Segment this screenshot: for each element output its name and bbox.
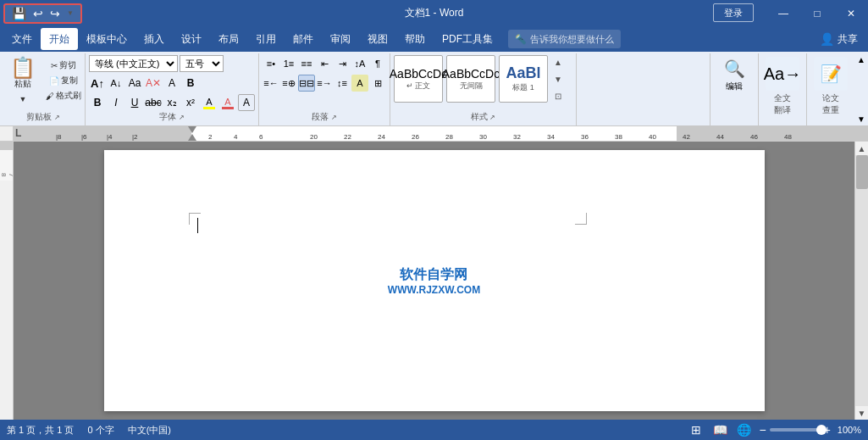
subscript-button[interactable]: x₂ xyxy=(163,94,180,111)
style-normal[interactable]: AaBbCcDc ↵ 正文 xyxy=(394,55,443,103)
align-justify-button[interactable]: ⊟⊟ xyxy=(298,75,315,92)
maximize-button[interactable]: □ xyxy=(800,0,834,26)
editor-area[interactable]: 软件自学网 WWW.RJZXW.COM xyxy=(14,142,854,420)
ruler-tick: 28 xyxy=(445,133,453,141)
superscript-button[interactable]: x² xyxy=(182,94,199,111)
share-button[interactable]: 👤 共享 xyxy=(820,32,858,47)
strikethrough-button[interactable]: abc xyxy=(145,94,162,111)
copy-button[interactable]: 📄 复制 xyxy=(46,74,81,87)
border-button[interactable]: ⊞ xyxy=(369,75,386,92)
bold-button[interactable]: B xyxy=(182,75,199,92)
style-no-spacing[interactable]: AaBbCcDc 无间隔 xyxy=(446,55,495,103)
font-size-select[interactable]: 五号 xyxy=(180,55,224,72)
ribbon-scroll-up[interactable]: ▲ xyxy=(857,55,865,64)
numbering-button[interactable]: 1≡ xyxy=(280,55,297,72)
menu-pdf-tools[interactable]: PDF工具集 xyxy=(434,28,501,50)
paste-dropdown[interactable]: ▼ xyxy=(5,92,41,106)
styles-scroll-down[interactable]: ▼ xyxy=(551,72,565,86)
search-big-icon: 🔍 xyxy=(724,58,745,79)
menu-review[interactable]: 审阅 xyxy=(322,28,359,50)
minimize-button[interactable]: — xyxy=(766,0,800,26)
shading-button[interactable]: A xyxy=(351,75,368,92)
clear-format-button[interactable]: A✕ xyxy=(145,75,162,92)
undo-button[interactable]: ↩ xyxy=(31,7,45,20)
scrollbar-up-button[interactable]: ▲ xyxy=(855,142,869,155)
web-view-button[interactable]: 🌐 xyxy=(735,421,752,438)
ruler-tab-marker[interactable]: L xyxy=(15,127,21,139)
edit-label: 编辑 xyxy=(726,81,743,92)
format-painter-button[interactable]: 🖌 格式刷 xyxy=(46,89,81,103)
bullets-button[interactable]: ≡• xyxy=(263,55,279,72)
styles-scroll-up[interactable]: ▲ xyxy=(551,55,565,69)
styles-expand[interactable]: ⊡ xyxy=(551,89,565,103)
clipboard-expand-icon[interactable]: ↗ xyxy=(54,114,60,121)
align-left-button[interactable]: ≡← xyxy=(263,75,279,92)
ruler-left-margin xyxy=(0,126,14,141)
indent-decrease-button[interactable]: ⇤ xyxy=(316,55,333,72)
style-heading1[interactable]: AaBl 标题 1 xyxy=(499,55,548,103)
multi-list-button[interactable]: ≡≡ xyxy=(298,55,315,72)
cut-button[interactable]: ✂ 剪切 xyxy=(46,58,81,72)
align-center-button[interactable]: ≡⊕ xyxy=(280,75,297,92)
vruler-marks: 4 3 2 1 1 2 3 4 5 6 7 8 xyxy=(0,169,14,181)
line-spacing-button[interactable]: ↕≡ xyxy=(334,75,351,92)
scrollbar-down-button[interactable]: ▼ xyxy=(855,406,869,420)
menu-template[interactable]: 模板中心 xyxy=(78,28,135,50)
sort-button[interactable]: ↕A xyxy=(351,55,368,72)
text-cursor xyxy=(197,218,198,233)
font-case-button[interactable]: Aa xyxy=(126,75,143,92)
align-right-button[interactable]: ≡→ xyxy=(316,75,333,92)
menu-home[interactable]: 开始 xyxy=(41,28,78,50)
vruler-top-gray xyxy=(0,142,13,150)
zoom-track[interactable] xyxy=(770,428,821,432)
char-border-button[interactable]: A xyxy=(238,94,255,111)
menu-mailings[interactable]: 邮件 xyxy=(285,28,322,50)
save-button[interactable]: 💾 xyxy=(10,7,28,20)
scrollbar-track[interactable] xyxy=(855,155,868,406)
title-bar: 💾 ↩ ↪ ▼ 文档1 - Word 登录 — □ ✕ xyxy=(0,0,868,26)
font-increase-button[interactable]: A↑ xyxy=(89,75,106,92)
translate-button[interactable]: Aa→ xyxy=(764,57,801,91)
zoom-thumb[interactable] xyxy=(816,425,827,435)
italic-button[interactable]: I xyxy=(108,94,124,111)
show-marks-button[interactable]: ¶ xyxy=(369,55,386,72)
ruler-ticks: |8 |6 |4 |2 2 4 6 20 22 24 26 28 30 32 3… xyxy=(14,126,854,141)
login-button[interactable]: 登录 xyxy=(713,3,754,22)
read-view-button[interactable]: 📖 xyxy=(711,421,728,438)
menu-design[interactable]: 设计 xyxy=(173,28,210,50)
ribbon-scroll-down[interactable]: ▼ xyxy=(857,114,865,124)
menu-help[interactable]: 帮助 xyxy=(396,28,434,50)
cut-label: 剪切 xyxy=(59,59,76,71)
font-expand-icon[interactable]: ↗ xyxy=(179,114,185,121)
char-shading-button[interactable]: A xyxy=(163,75,180,92)
document-page[interactable] xyxy=(104,150,765,411)
font-color-button[interactable]: A xyxy=(219,94,236,111)
font-highlight-button[interactable]: A xyxy=(201,94,218,111)
zoom-out-button[interactable]: − xyxy=(759,423,766,437)
paste-button[interactable]: 📋 粘贴 xyxy=(5,55,41,92)
paragraph-expand-icon[interactable]: ↗ xyxy=(331,114,337,121)
menu-insert[interactable]: 插入 xyxy=(135,28,173,50)
underline-button[interactable]: U xyxy=(126,94,143,111)
find-replace-button[interactable]: 🔍 编辑 xyxy=(716,57,753,94)
translate-icon: Aa→ xyxy=(766,57,799,91)
redo-button[interactable]: ↪ xyxy=(48,7,62,20)
print-layout-view-button[interactable]: ⊞ xyxy=(688,421,705,438)
quick-access-dropdown[interactable]: ▼ xyxy=(65,9,75,17)
indent-increase-button[interactable]: ⇥ xyxy=(334,55,351,72)
word-count-status: 0 个字 xyxy=(87,424,113,437)
font-color-bar xyxy=(222,107,234,109)
scrollbar-thumb[interactable] xyxy=(856,155,868,189)
ruler-tick: 36 xyxy=(581,133,589,141)
menu-view[interactable]: 视图 xyxy=(359,28,396,50)
menu-layout[interactable]: 布局 xyxy=(210,28,247,50)
font-name-select[interactable]: 等线 (中文正文) xyxy=(89,55,178,72)
menu-file[interactable]: 文件 xyxy=(3,28,41,50)
styles-expand-icon[interactable]: ↗ xyxy=(489,114,495,121)
paper-review-button[interactable]: 📝 xyxy=(812,57,849,91)
search-box[interactable]: 🔦 告诉我你想要做什么 xyxy=(508,30,621,48)
bold-format-button[interactable]: B xyxy=(89,94,106,111)
font-decrease-button[interactable]: A↓ xyxy=(108,75,124,92)
close-button[interactable]: ✕ xyxy=(834,0,868,26)
menu-references[interactable]: 引用 xyxy=(247,28,285,50)
